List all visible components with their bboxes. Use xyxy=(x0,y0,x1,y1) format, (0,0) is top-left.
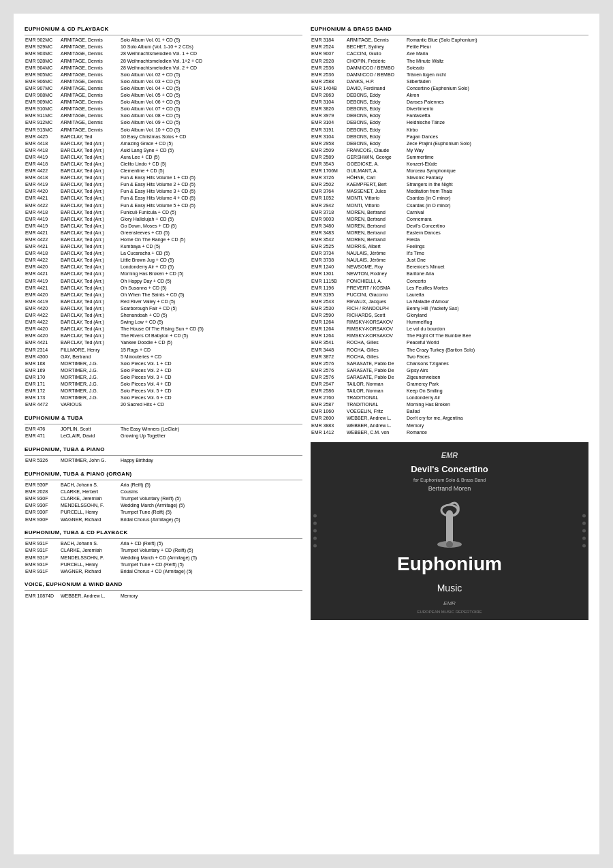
composer-name: TAILOR, Norman xyxy=(346,380,406,387)
piece-description: Connemara xyxy=(406,215,588,222)
section-table: EMR 902MCARMITAGE, DennisSolo Album Vol.… xyxy=(25,37,302,408)
table-row: EMR 902MCARMITAGE, DennisSolo Album Vol.… xyxy=(25,37,302,44)
piece-description: Aria (Reift) (5) xyxy=(120,482,302,489)
emr-code: EMR 910MC xyxy=(25,106,60,112)
section-euphonium-tuba-piano: EUPHONIUM, TUBA & PIANOEMR 5326MORTIMER,… xyxy=(25,446,302,464)
emr-code: EMR 172 xyxy=(25,388,60,394)
composer-name: DAMMICCO / BEMBO xyxy=(346,64,406,71)
composer-name: VOEGELIN, Fritz xyxy=(346,408,406,415)
piece-description: Morning Has Broken xyxy=(406,401,588,408)
table-row: EMR 4419BARCLAY, Ted (Arr.)Aura Lee + CD… xyxy=(25,153,302,160)
composer-name: MASSENET, Jules xyxy=(346,188,406,195)
piece-description: Berenice's Minuet xyxy=(406,264,588,270)
piece-description: Red River Valley + CD (5) xyxy=(120,298,302,305)
piece-description: Csardas (in C minor) xyxy=(406,195,588,202)
table-row: EMR 3734NAULAIS, JérômeIt's Time xyxy=(311,250,588,257)
table-row: EMR 905MCARMITAGE, DennisSolo Album Vol.… xyxy=(25,71,302,78)
composer-name: BARCLAY, Ted (Arr.) xyxy=(60,188,120,195)
piece-description: Glory Hallelujah + CD (5) xyxy=(120,215,302,222)
emr-code: EMR 3826 xyxy=(311,106,346,112)
emr-code: EMR 2536 xyxy=(311,71,346,78)
composer-name: MORTIMER, J.G. xyxy=(60,380,120,387)
piece-description: Danses Paiennes xyxy=(406,99,588,106)
piece-description: Solo Album Vol. 01 + CD (5) xyxy=(120,37,302,44)
composer-name: KAEMPFERT, Bert xyxy=(346,181,406,188)
emr-code: EMR 3542 xyxy=(311,236,346,243)
emr-code: EMR 4422 xyxy=(25,257,60,264)
section-table: EMR 5326MORTIMER, John G.Happy Birthday xyxy=(25,457,302,464)
table-row: EMR 911MCARMITAGE, DennisSolo Album Vol.… xyxy=(25,112,302,119)
composer-name: TRADITIONAL xyxy=(346,394,406,401)
composer-name: BARCLAY, Ted (Arr.) xyxy=(60,332,120,339)
composer-name: ROCHA, Gilles xyxy=(346,353,406,360)
composer-name: DEBONS, Eddy xyxy=(346,133,406,140)
table-row: EMR 1115BPONCHIELLI, A.Concerto xyxy=(311,277,588,284)
composer-name: MOREN, Bertrand xyxy=(346,208,406,215)
composer-name: ARMITAGE, Dennis xyxy=(60,44,120,50)
composer-name: MENDELSSOHN, F. xyxy=(60,554,120,561)
emr-code: EMR 931F xyxy=(25,547,60,554)
table-row: EMR 910MCARMITAGE, DennisSolo Album Vol.… xyxy=(25,106,302,112)
piece-description: Solo Pieces Vol. 5 + CD xyxy=(120,388,302,394)
composer-name: ARMITAGE, Dennis xyxy=(60,84,120,91)
section-table: EMR 3184ARMITAGE, DennisRomantic Blue (S… xyxy=(311,37,588,435)
section-title: EUPHONIUM & TUBA xyxy=(25,415,302,422)
section-table: EMR 10874DWEBBER, Andrew L.Memory xyxy=(25,592,302,599)
piece-description: Londonderry Air xyxy=(406,394,588,401)
table-row: EMR 4418BARCLAY, Ted (Arr.)Cielito Lindo… xyxy=(25,160,302,167)
emr-code: EMR 4422 xyxy=(25,236,60,243)
table-row: EMR 1264RIMSKY-KORSAKOVHummelflug xyxy=(311,319,588,326)
table-row: EMR 2314FILLMORE, Henry15 Rags + CD xyxy=(25,346,302,353)
emr-code: EMR 1052 xyxy=(311,195,346,202)
decorative-dot xyxy=(582,529,586,533)
table-row: EMR 4420BARCLAY, Ted (Arr.)Scarborough F… xyxy=(25,305,302,311)
composer-name: BARCLAY, Ted (Arr.) xyxy=(60,312,120,319)
composer-name: MOREN, Bertrand xyxy=(346,215,406,222)
table-row: EMR 931FMENDELSSOHN, F.Wedding March + C… xyxy=(25,554,302,561)
image-box-title: Devil's Concertino xyxy=(411,463,488,476)
table-row: EMR 4422BARCLAY, Ted (Arr.)Shenandoah + … xyxy=(25,312,302,319)
piece-description: The Crazy Turkey (Bariton Solo) xyxy=(406,346,588,353)
emr-code: EMR 4421 xyxy=(25,270,60,277)
piece-description: Zece Prajini (Euphonium Solo) xyxy=(406,140,588,146)
emr-code: EMR 4418 xyxy=(25,250,60,257)
emr-code: EMR 4418 xyxy=(25,146,60,153)
piece-description: Yankee Doodle + CD (5) xyxy=(120,339,302,346)
piece-description: Funiculi-Funicula + CD (5) xyxy=(120,208,302,215)
table-row: EMR 2589GERSHWIN, GeorgeSummertime xyxy=(311,153,588,160)
composer-name: ARMITAGE, Dennis xyxy=(60,112,120,119)
table-row: EMR 471LeCLAIR, DavidGrowing Up Together xyxy=(25,433,302,439)
table-row: EMR 2530RICH / RANDOLPHBenny Hill (Yacke… xyxy=(311,305,588,311)
emr-code: EMR 1301 xyxy=(311,270,346,277)
table-row: EMR 2958DEBONS, EddyZece Prajini (Euphon… xyxy=(311,140,588,146)
composer-name: GOEDICKE, A. xyxy=(346,160,406,167)
table-row: EMR 4421BARCLAY, Ted (Arr.)Fun & Easy Hi… xyxy=(25,195,302,202)
emr-code: EMR 2942 xyxy=(311,202,346,208)
table-row: EMR 4422BARCLAY, Ted (Arr.)Fun & Easy Hi… xyxy=(25,202,302,208)
piece-description: Fun & Easy Hits Volume 1 + CD (5) xyxy=(120,174,302,181)
composer-name: CLARKE, Jeremiah xyxy=(60,495,120,502)
composer-name: PONCHIELLI, A. xyxy=(346,277,406,284)
emr-code: EMR 2576 xyxy=(311,367,346,373)
decorative-dot xyxy=(582,522,586,525)
piece-description: Fun & Easy Hits Volume 2 + CD (5) xyxy=(120,181,302,188)
composer-name: BARCLAY, Ted (Arr.) xyxy=(60,140,120,146)
piece-description: Feelings xyxy=(406,243,588,250)
piece-description: Solo Album Vol. 04 + CD (5) xyxy=(120,84,302,91)
emr-code: EMR 930F xyxy=(25,509,60,516)
composer-name: NEWTON, Rodney xyxy=(346,270,406,277)
emr-code: EMR 3480 xyxy=(311,222,346,229)
section-divider xyxy=(25,455,302,456)
piece-description: Kumbaya + CD (5) xyxy=(120,243,302,250)
table-row: EMR 1404BDAVID, FerdinandConcertino (Eup… xyxy=(311,84,588,91)
piece-description: Gipsy Airs xyxy=(406,367,588,373)
emr-code: EMR 1404B xyxy=(311,84,346,91)
table-row: EMR 4421BARCLAY, Ted (Arr.)Greensleeves … xyxy=(25,229,302,236)
table-row: EMR 930FCLARKE, JeremiahTrumpet Voluntar… xyxy=(25,495,302,502)
piece-description: Trumpet Voluntary + CD (Reift) (5) xyxy=(120,547,302,554)
table-row: EMR 912MCARMITAGE, DennisSolo Album Vol.… xyxy=(25,119,302,126)
section-title: EUPHONIUM & CD PLAYBACK xyxy=(25,26,302,33)
table-row: EMR 906MCARMITAGE, DennisSolo Album Vol.… xyxy=(25,78,302,84)
composer-name: RICHARDS, Scott xyxy=(346,312,406,319)
piece-description: Solo Pieces Vol. 2 + CD xyxy=(120,367,302,373)
